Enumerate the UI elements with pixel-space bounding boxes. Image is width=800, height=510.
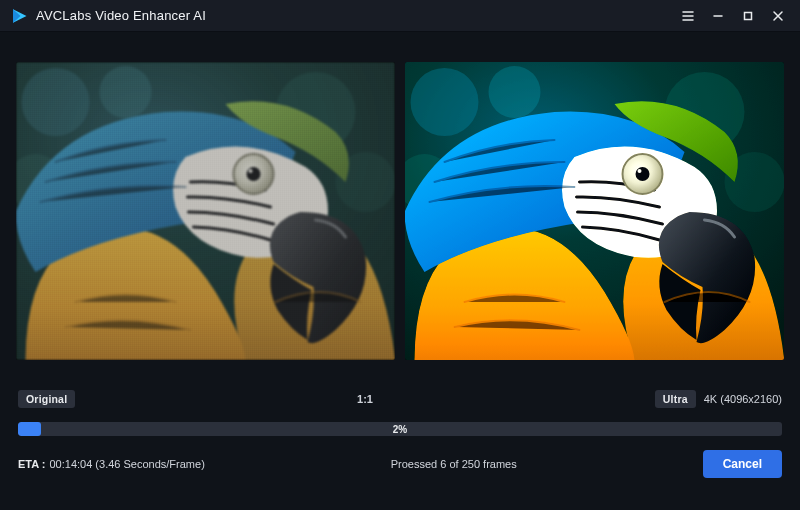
maximize-icon [742, 10, 754, 22]
progress-bar[interactable]: 2% [18, 422, 782, 436]
enhanced-preview-pane[interactable] [405, 62, 784, 360]
comparison-view [16, 62, 784, 360]
menu-button[interactable] [674, 5, 702, 27]
app-logo: AVCLabs Video Enhancer AI [10, 7, 206, 25]
window-controls [674, 5, 792, 27]
hamburger-icon [682, 10, 694, 22]
close-icon [772, 10, 784, 22]
original-preview-pane[interactable] [16, 62, 395, 360]
eta-label: ETA :00:14:04 (3.46 Seconds/Frame) [18, 458, 205, 470]
progress-area: 2% [16, 422, 784, 436]
comparison-info-row: Original 1:1 Ultra 4K (4096x2160) [16, 390, 784, 408]
frames-processed-label: Proessed 6 of 250 frames [205, 458, 703, 470]
output-resolution-label: 4K (4096x2160) [704, 393, 782, 405]
eta-value: 00:14:04 (3.46 Seconds/Frame) [50, 458, 205, 470]
play-logo-icon [10, 7, 28, 25]
progress-percent-label: 2% [18, 422, 782, 436]
cancel-button[interactable]: Cancel [703, 450, 782, 478]
footer-row: ETA :00:14:04 (3.46 Seconds/Frame) Proes… [16, 450, 784, 492]
app-title: AVCLabs Video Enhancer AI [36, 8, 206, 23]
main-content: Original 1:1 Ultra 4K (4096x2160) 2% ETA… [0, 32, 800, 510]
minimize-button[interactable] [704, 5, 732, 27]
original-image [16, 62, 395, 360]
original-badge: Original [18, 390, 75, 408]
maximize-button[interactable] [734, 5, 762, 27]
zoom-ratio-label: 1:1 [85, 393, 645, 405]
titlebar: AVCLabs Video Enhancer AI [0, 0, 800, 32]
svg-rect-10 [745, 12, 752, 19]
quality-badge: Ultra [655, 390, 696, 408]
eta-prefix: ETA : [18, 458, 46, 470]
enhanced-image [405, 62, 784, 360]
close-button[interactable] [764, 5, 792, 27]
minimize-icon [712, 10, 724, 22]
